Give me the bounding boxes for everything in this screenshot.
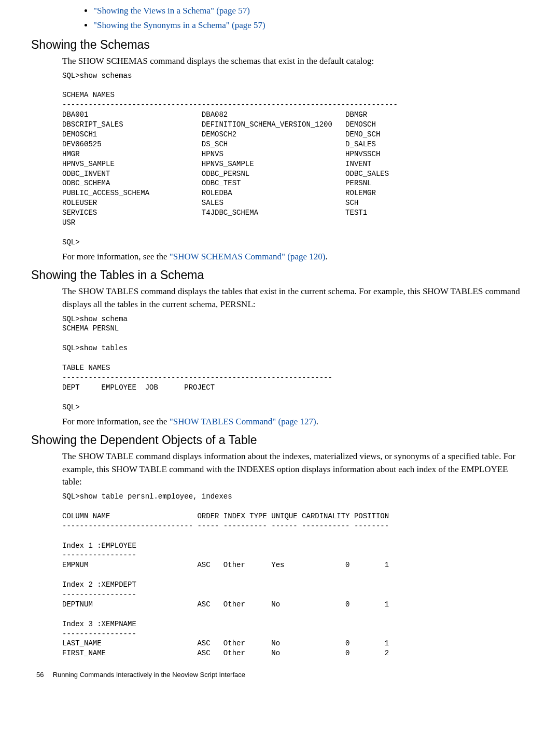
moreinfo-prefix: For more information, see the [62,252,170,261]
code-show-table-indexes: SQL>show table persnl.employee, indexes … [62,492,529,658]
heading-showing-schemas: Showing the Schemas [31,38,529,52]
para-schemas-intro: The SHOW SCHEMAS command displays the sc… [62,55,529,68]
para-schemas-moreinfo: For more information, see the "SHOW SCHE… [62,251,529,264]
toc-bullet-item: "Showing the Synonyms in a Schema" (page… [93,19,529,32]
toc-bullet-item: "Showing the Views in a Schema" (page 57… [93,4,529,18]
toc-link-synonyms[interactable]: "Showing the Synonyms in a Schema" (page… [93,20,265,30]
para-tables-intro: The SHOW TABLES command displays the tab… [62,285,529,311]
page-footer: 56 Running Commands Interactively in the… [31,671,529,679]
link-show-schemas-cmd[interactable]: "SHOW SCHEMAS Command" (page 120) [170,252,326,261]
heading-showing-tables: Showing the Tables in a Schema [31,268,529,282]
toc-link-views[interactable]: "Showing the Views in a Schema" (page 57… [93,6,250,16]
moreinfo-suffix: . [325,252,327,261]
code-show-tables: SQL>show schema SCHEMA PERSNL SQL>show t… [62,314,529,412]
para-tables-moreinfo: For more information, see the "SHOW TABL… [62,416,529,429]
heading-dependent-objects: Showing the Dependent Objects of a Table [31,433,529,447]
footer-chapter-title: Running Commands Interactively in the Ne… [53,671,245,679]
para-dependent-intro: The SHOW TABLE command displays informat… [62,450,529,489]
code-show-schemas: SQL>show schemas SCHEMA NAMES ----------… [62,71,529,247]
toc-bullets: "Showing the Views in a Schema" (page 57… [31,4,529,32]
moreinfo-prefix: For more information, see the [62,417,170,426]
link-show-tables-cmd[interactable]: "SHOW TABLES Command" (page 127) [170,417,316,426]
page-number: 56 [36,671,51,679]
moreinfo-suffix: . [316,417,318,426]
